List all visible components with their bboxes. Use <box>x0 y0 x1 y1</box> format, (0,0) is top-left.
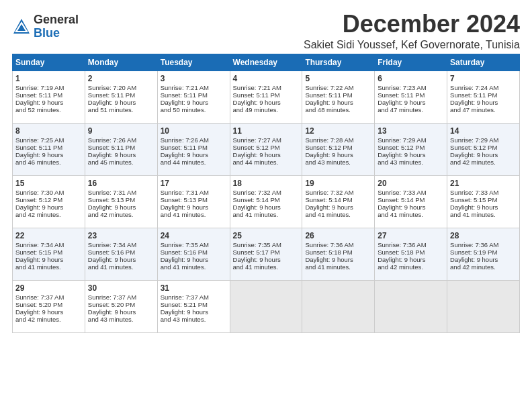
day-info-line: Sunrise: 7:32 AM <box>305 189 371 196</box>
day-info-line: and 50 minutes. <box>161 106 227 113</box>
day-info-line: Sunrise: 7:29 AM <box>450 136 517 144</box>
day-number: 11 <box>233 126 300 136</box>
day-number: 23 <box>88 231 154 240</box>
day-info-line: and 47 minutes. <box>378 106 444 113</box>
logo-icon <box>12 17 31 36</box>
day-info-line: Sunrise: 7:25 AM <box>15 136 82 144</box>
day-info-line: Sunrise: 7:30 AM <box>15 189 82 196</box>
day-info-line: Sunrise: 7:37 AM <box>88 293 154 301</box>
day-info-line: Sunset: 5:18 PM <box>305 248 371 256</box>
day-info-line: and 42 minutes. <box>378 263 444 271</box>
day-info-line: Sunset: 5:11 PM <box>88 144 154 151</box>
day-info-line: Daylight: 9 hours <box>15 256 82 263</box>
day-info-line: Daylight: 9 hours <box>450 151 517 158</box>
day-info-line: and 42 minutes. <box>15 316 82 323</box>
day-info-line: Sunset: 5:13 PM <box>161 196 227 203</box>
day-number: 3 <box>161 74 227 83</box>
day-info-line: Sunrise: 7:34 AM <box>15 241 82 248</box>
calendar-cell: 15Sunrise: 7:30 AMSunset: 5:12 PMDayligh… <box>13 175 85 228</box>
day-info-line: and 51 minutes. <box>88 106 154 113</box>
calendar-cell <box>230 280 302 332</box>
day-info-line: and 41 minutes. <box>305 263 371 271</box>
day-info-line: Daylight: 9 hours <box>378 203 444 211</box>
day-info-line: Sunset: 5:15 PM <box>450 196 517 203</box>
calendar-table: SundayMondayTuesdayWednesdayThursdayFrid… <box>12 54 520 333</box>
day-info-line: Sunset: 5:20 PM <box>88 301 154 308</box>
day-number: 29 <box>15 283 82 293</box>
day-number: 27 <box>378 231 444 240</box>
day-info-line: and 45 minutes. <box>88 158 154 166</box>
day-info-line: Sunrise: 7:24 AM <box>450 84 517 91</box>
day-info-line: and 42 minutes. <box>450 158 517 166</box>
calendar-cell: 7Sunrise: 7:24 AMSunset: 5:11 PMDaylight… <box>447 71 520 123</box>
day-number: 22 <box>15 231 82 240</box>
day-info-line: Daylight: 9 hours <box>450 256 517 263</box>
day-info-line: Sunset: 5:15 PM <box>15 248 82 256</box>
day-info-line: Sunset: 5:13 PM <box>88 196 154 203</box>
day-info-line: and 43 minutes. <box>378 158 444 166</box>
header-day: Wednesday <box>230 54 302 71</box>
calendar-cell: 8Sunrise: 7:25 AMSunset: 5:11 PMDaylight… <box>13 123 85 175</box>
calendar-cell: 1Sunrise: 7:19 AMSunset: 5:11 PMDaylight… <box>13 71 85 123</box>
day-info-line: and 41 minutes. <box>88 263 154 271</box>
day-info-line: Sunset: 5:21 PM <box>161 301 227 308</box>
calendar-cell: 30Sunrise: 7:37 AMSunset: 5:20 PMDayligh… <box>85 280 157 332</box>
day-info-line: and 41 minutes. <box>161 211 227 218</box>
day-info-line: Daylight: 9 hours <box>15 203 82 211</box>
day-info-line: Sunrise: 7:31 AM <box>161 189 227 196</box>
day-number: 30 <box>88 283 154 293</box>
day-info-line: Daylight: 9 hours <box>378 256 444 263</box>
calendar-cell <box>375 280 447 332</box>
day-number: 2 <box>88 74 154 83</box>
calendar-cell: 14Sunrise: 7:29 AMSunset: 5:12 PMDayligh… <box>447 123 520 175</box>
day-info-line: Daylight: 9 hours <box>88 308 154 316</box>
day-info-line: Sunset: 5:14 PM <box>233 196 300 203</box>
day-number: 24 <box>161 231 227 240</box>
logo-blue: Blue <box>34 27 79 40</box>
day-info-line: Sunset: 5:11 PM <box>450 91 517 99</box>
day-info-line: Sunrise: 7:37 AM <box>15 293 82 301</box>
day-info-line: and 41 minutes. <box>233 211 300 218</box>
calendar-week-row: 1Sunrise: 7:19 AMSunset: 5:11 PMDaylight… <box>13 71 520 123</box>
day-info-line: Sunrise: 7:36 AM <box>450 241 517 248</box>
logo-text: General Blue <box>34 13 79 40</box>
day-info-line: Daylight: 9 hours <box>15 308 82 316</box>
day-info-line: and 41 minutes. <box>233 263 300 271</box>
day-info-line: Sunrise: 7:36 AM <box>378 241 444 248</box>
day-info-line: Daylight: 9 hours <box>88 256 154 263</box>
day-number: 25 <box>233 231 300 240</box>
day-info-line: Daylight: 9 hours <box>378 151 444 158</box>
day-info-line: Daylight: 9 hours <box>305 99 371 106</box>
day-info-line: Sunset: 5:12 PM <box>378 144 444 151</box>
day-number: 10 <box>161 126 227 136</box>
calendar-cell: 25Sunrise: 7:35 AMSunset: 5:17 PMDayligh… <box>230 228 302 280</box>
calendar-cell: 13Sunrise: 7:29 AMSunset: 5:12 PMDayligh… <box>375 123 447 175</box>
day-info-line: Daylight: 9 hours <box>161 256 227 263</box>
day-info-line: Daylight: 9 hours <box>88 151 154 158</box>
day-info-line: and 52 minutes. <box>15 106 82 113</box>
day-info-line: Daylight: 9 hours <box>88 99 154 106</box>
day-info-line: Daylight: 9 hours <box>233 256 300 263</box>
day-info-line: Sunrise: 7:21 AM <box>233 84 300 91</box>
calendar-cell: 3Sunrise: 7:21 AMSunset: 5:11 PMDaylight… <box>157 71 230 123</box>
day-number: 5 <box>305 74 371 83</box>
header-day: Saturday <box>447 54 520 71</box>
day-number: 31 <box>161 283 227 293</box>
calendar-header: SundayMondayTuesdayWednesdayThursdayFrid… <box>13 54 520 71</box>
calendar-cell: 12Sunrise: 7:28 AMSunset: 5:12 PMDayligh… <box>302 123 375 175</box>
day-info-line: and 48 minutes. <box>305 106 371 113</box>
day-info-line: Daylight: 9 hours <box>305 256 371 263</box>
day-info-line: Sunset: 5:11 PM <box>233 91 300 99</box>
header-day: Thursday <box>302 54 375 71</box>
day-info-line: Sunrise: 7:23 AM <box>378 84 444 91</box>
day-info-line: Sunrise: 7:37 AM <box>161 293 227 301</box>
day-info-line: Sunrise: 7:21 AM <box>161 84 227 91</box>
day-info-line: Sunset: 5:12 PM <box>305 144 371 151</box>
day-number: 21 <box>450 179 517 188</box>
day-info-line: Sunrise: 7:20 AM <box>88 84 154 91</box>
header-day: Tuesday <box>157 54 230 71</box>
day-info-line: Daylight: 9 hours <box>450 99 517 106</box>
day-info-line: Daylight: 9 hours <box>450 203 517 211</box>
day-info-line: Sunrise: 7:35 AM <box>233 241 300 248</box>
day-info-line: and 49 minutes. <box>233 106 300 113</box>
